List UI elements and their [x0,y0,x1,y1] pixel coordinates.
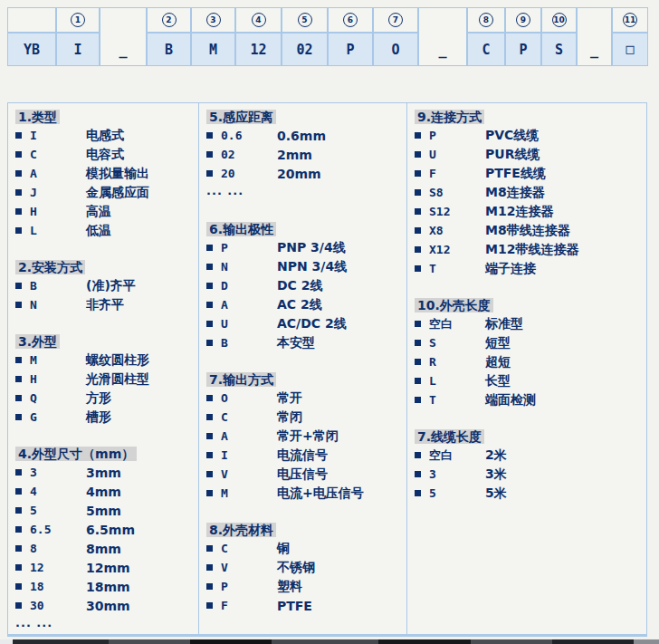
underscore-separator: _ [419,8,466,65]
item-desc: 非齐平 [86,297,124,313]
segment-number: 10 [542,8,576,34]
bullet-icon [415,340,421,346]
item-desc: 本安型 [277,335,315,351]
section-output-mode: 7.输出方式 O常开 C常闭 A常开+常闭 I电流信号 V电压信号 M电流+电压… [199,370,406,503]
item-desc: 2mm [277,148,312,162]
item-code: 02 [221,148,277,161]
underscore-separator: _ [578,8,611,65]
bullet-icon [206,490,213,496]
section-title: 8.外壳材料 [206,520,406,539]
item-desc: 塑料 [277,579,302,595]
item-desc: 电流+电压信号 [277,485,364,502]
bullet-icon [15,189,22,196]
item-desc: M8连接器 [485,185,545,201]
item-desc: PNP 3/4线 [277,240,346,256]
section-title: 7.线缆长度 [415,427,648,446]
item-code: C [30,148,86,161]
bullet-icon [206,414,213,420]
item-code: U [429,148,485,161]
list-item: 空白标准型 [407,314,648,333]
bullet-icon [415,208,421,215]
bullet-icon [206,340,213,346]
list-item: C常闭 [199,408,406,427]
code-cell-9: 9 P [505,7,541,66]
item-desc: AC/DC 2线 [277,316,347,332]
code-cell-8: 8 C [467,7,505,66]
item-desc: PTFE [277,599,312,613]
list-item: Q方形 [8,389,198,408]
segment-value: YB [8,34,55,65]
section-title: 6.输出极性 [206,219,406,238]
item-desc: 3米 [485,466,507,483]
bullet-icon [15,526,22,533]
item-code: 5 [429,486,485,500]
item-code: X12 [429,243,485,256]
item-code: L [30,224,86,237]
bullet-icon [15,132,22,139]
bullet-icon [15,488,22,495]
list-item: 55mm [8,501,198,520]
item-desc: 标准型 [485,316,523,332]
list-item: 1212mm [8,558,198,577]
code-cell-7: 7 O [373,7,418,66]
bullet-icon [206,583,213,590]
bullet-icon [15,376,22,382]
item-code: 3 [429,467,485,481]
item-desc: 方形 [86,390,111,407]
section-size: 4.外型尺寸（mm） 33mm 44mm 55mm 6.56.5mm 88mm … [8,444,198,634]
code-cell-3: 3 M [191,7,235,66]
item-desc: 电容式 [86,147,124,163]
section-title: 10.外壳长度 [415,295,648,314]
circled-number-icon: 9 [516,13,530,27]
list-item: M电流+电压信号 [199,484,406,503]
code-cell-1: 1 I [56,7,100,66]
list-item: 44mm [8,482,198,501]
list-item: PPVC线缆 [407,126,648,145]
segment-value: M [192,34,234,65]
code-cell-11: 11 □ [612,7,648,66]
segment-value: P [506,34,540,65]
item-code: B [30,279,86,293]
section-title: 9.连接方式 [415,107,648,126]
item-desc: 30mm [86,599,130,613]
bullet-icon [15,283,22,289]
code-cell-10: 10 S [541,7,577,66]
segment-value: I [57,34,99,65]
item-desc: 电流信号 [277,447,328,464]
item-desc: 20mm [277,167,321,181]
item-desc: PTFE线缆 [485,166,546,182]
bullet-icon [206,602,213,609]
bullet-icon [206,564,213,571]
circled-number-icon: 2 [162,13,177,27]
circled-number-icon: 8 [479,13,493,27]
item-code: 5 [30,504,86,517]
item-code: P [221,241,277,255]
item-desc: 6.5mm [86,523,135,537]
item-desc: M8带线连接器 [485,223,570,239]
item-code: D [221,279,277,293]
item-desc: 5米 [485,485,507,502]
bullet-icon [206,283,213,289]
bullet-icon [415,189,421,196]
section-title: 4.外型尺寸（mm） [15,444,198,463]
section-title: 5.感应距离 [206,107,406,126]
ellipsis-row: ... ... [199,183,406,202]
list-item: C铜 [199,539,406,558]
circled-number-icon: 10 [552,13,567,27]
list-item: 2020mm [199,164,406,183]
segment-number: 11 [613,8,647,34]
list-item: S12M12连接器 [407,202,648,221]
list-item: I电流信号 [199,446,406,465]
list-item: T端子连接 [407,259,648,278]
list-item: PPNP 3/4线 [199,238,406,257]
circled-number-icon: 4 [252,13,266,27]
model-code-table: YB 1 I _ 2 B 3 M 4 12 5 02 6 P 7 O _ 8 C… [7,7,648,66]
list-item: 空白2米 [407,446,648,465]
bullet-icon [15,357,22,363]
item-desc: 常开 [277,390,302,407]
segment-number: 3 [192,8,234,34]
segment-number: 2 [148,8,190,34]
list-item: L长型 [407,371,648,390]
bullet-icon [415,471,421,477]
item-desc: 18mm [86,580,130,594]
